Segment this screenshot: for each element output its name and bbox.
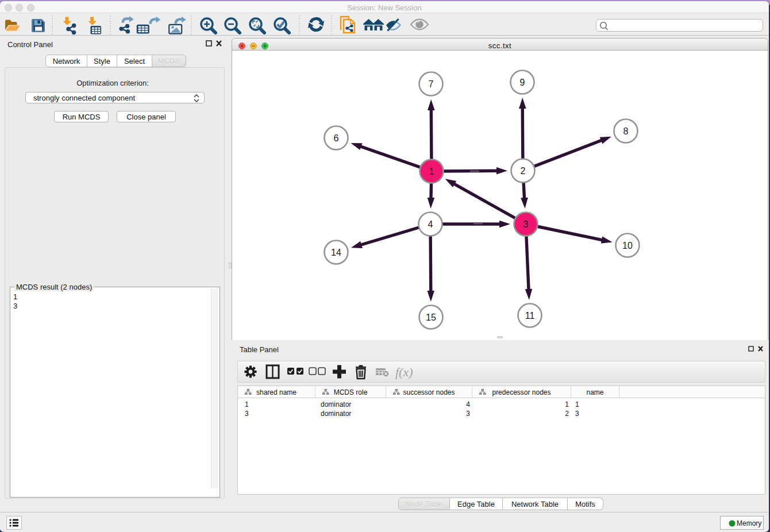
svg-text:6: 6 bbox=[334, 133, 339, 143]
svg-text:15: 15 bbox=[426, 313, 436, 322]
svg-text:14: 14 bbox=[331, 248, 341, 257]
svg-text:f(x): f(x) bbox=[395, 365, 413, 379]
svg-text:3: 3 bbox=[523, 219, 529, 229]
svg-text:7: 7 bbox=[429, 79, 434, 89]
svg-text:8: 8 bbox=[623, 126, 629, 136]
svg-text:11: 11 bbox=[525, 311, 535, 321]
svg-text:10: 10 bbox=[622, 241, 633, 250]
svg-text:4: 4 bbox=[428, 219, 433, 229]
svg-text:2: 2 bbox=[521, 166, 526, 176]
svg-text:1: 1 bbox=[429, 167, 434, 176]
svg-text:9: 9 bbox=[520, 78, 525, 87]
